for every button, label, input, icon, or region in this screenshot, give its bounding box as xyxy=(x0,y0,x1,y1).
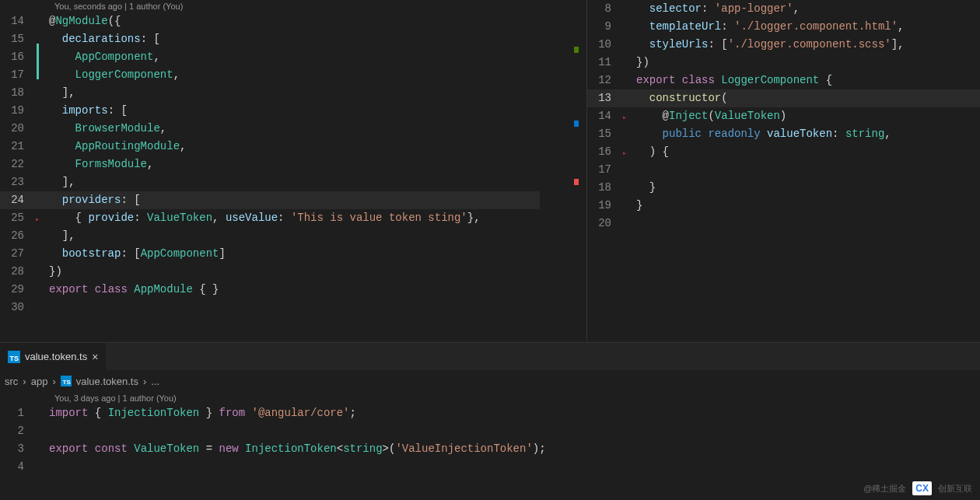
editor-pane-right[interactable]: 8 selector: 'app-logger',9 templateUrl: … xyxy=(587,0,980,342)
code-area-left[interactable]: 14@NgModule({15 declarations: [16 AppCom… xyxy=(0,12,586,316)
code-line[interactable]: 10 styleUrls: ['./logger.component.scss'… xyxy=(587,36,980,54)
code-text[interactable]: constructor( xyxy=(636,89,980,107)
code-text[interactable]: AppComponent, xyxy=(49,48,586,66)
breakpoint-gutter[interactable] xyxy=(35,299,49,316)
breakpoint-gutter[interactable] xyxy=(622,54,636,72)
line-number[interactable]: 28 xyxy=(0,263,35,281)
code-text[interactable]: templateUrl: './logger.component.html', xyxy=(636,18,980,36)
code-line[interactable]: 24 providers: [ xyxy=(0,191,586,209)
code-line[interactable]: 20 xyxy=(587,215,980,233)
code-line[interactable]: 15 public readonly valueToken: string, xyxy=(587,125,980,143)
tab-value-token[interactable]: TS value.token.ts × xyxy=(0,343,106,370)
code-area-right[interactable]: 8 selector: 'app-logger',9 templateUrl: … xyxy=(587,0,980,233)
breakpoint-gutter[interactable] xyxy=(35,48,49,66)
code-text[interactable]: bootstrap: [AppComponent] xyxy=(49,245,586,263)
line-number[interactable]: 20 xyxy=(0,120,35,138)
breakpoint-gutter[interactable] xyxy=(35,84,49,102)
code-line[interactable]: 28}) xyxy=(0,263,586,281)
breakpoint-gutter[interactable] xyxy=(622,125,636,143)
breakpoint-gutter[interactable]: ▸ xyxy=(622,107,636,125)
code-line[interactable]: 9 templateUrl: './logger.component.html'… xyxy=(587,18,980,36)
code-text[interactable]: selector: 'app-logger', xyxy=(636,0,980,18)
line-number[interactable]: 24 xyxy=(0,191,35,209)
code-text[interactable]: export const ValueToken = new InjectionT… xyxy=(49,440,980,458)
line-number[interactable]: 18 xyxy=(587,179,622,197)
line-number[interactable]: 21 xyxy=(0,138,35,156)
line-number[interactable]: 20 xyxy=(587,215,622,233)
breakpoint-gutter[interactable] xyxy=(35,120,49,138)
code-text[interactable]: AppRoutingModule, xyxy=(49,138,586,156)
code-line[interactable]: 18 } xyxy=(587,179,980,197)
line-number[interactable]: 30 xyxy=(0,299,35,316)
code-line[interactable]: 18 ], xyxy=(0,84,586,102)
code-text[interactable]: export class LoggerComponent { xyxy=(636,72,980,89)
breakpoint-gutter[interactable] xyxy=(622,18,636,36)
code-line[interactable]: 26 ], xyxy=(0,227,586,245)
breadcrumb[interactable]: src › app › TS value.token.ts › ... xyxy=(0,370,980,392)
code-line[interactable]: 16▸ ) { xyxy=(587,143,980,161)
breakpoint-gutter[interactable]: ▸ xyxy=(35,209,49,227)
breadcrumb-item[interactable]: value.token.ts xyxy=(76,376,138,387)
line-number[interactable]: 13 xyxy=(587,89,622,107)
code-text[interactable]: { provide: ValueToken, useValue: 'This i… xyxy=(49,209,586,227)
line-number[interactable]: 9 xyxy=(587,18,622,36)
code-text[interactable]: declarations: [ xyxy=(49,30,586,48)
code-line[interactable]: 30 xyxy=(0,299,586,316)
code-text[interactable]: } xyxy=(636,197,980,215)
breakpoint-gutter[interactable] xyxy=(622,0,636,18)
code-text[interactable]: ], xyxy=(49,84,586,102)
line-number[interactable]: 8 xyxy=(587,0,622,18)
code-line[interactable]: 23 ], xyxy=(0,173,586,191)
code-area-bottom[interactable]: 1import { InjectionToken } from '@angula… xyxy=(0,404,980,476)
code-line[interactable]: 14@NgModule({ xyxy=(0,12,586,30)
line-number[interactable]: 16 xyxy=(0,48,35,66)
code-text[interactable]: ], xyxy=(49,173,586,191)
breakpoint-gutter[interactable]: ▸ xyxy=(622,143,636,161)
minimap-left[interactable] xyxy=(540,0,586,342)
line-number[interactable]: 19 xyxy=(587,197,622,215)
line-number[interactable]: 11 xyxy=(587,54,622,72)
breakpoint-gutter[interactable] xyxy=(35,440,49,458)
breakpoint-gutter[interactable] xyxy=(622,89,636,107)
code-text[interactable]: export class AppModule { } xyxy=(49,281,586,299)
line-number[interactable]: 18 xyxy=(0,84,35,102)
breakpoint-gutter[interactable] xyxy=(622,72,636,89)
breadcrumb-item[interactable]: src xyxy=(5,376,18,387)
line-number[interactable]: 29 xyxy=(0,281,35,299)
breakpoint-gutter[interactable] xyxy=(622,161,636,179)
line-number[interactable]: 17 xyxy=(587,161,622,179)
code-text[interactable]: @NgModule({ xyxy=(49,12,586,30)
line-number[interactable]: 26 xyxy=(0,227,35,245)
code-text[interactable]: ) { xyxy=(636,143,980,161)
breakpoint-gutter[interactable] xyxy=(35,404,49,422)
code-line[interactable]: 25▸ { provide: ValueToken, useValue: 'Th… xyxy=(0,209,586,227)
breakpoint-gutter[interactable] xyxy=(35,227,49,245)
breakpoint-gutter[interactable] xyxy=(35,66,49,84)
code-text[interactable]: ], xyxy=(49,227,586,245)
code-line[interactable]: 17 xyxy=(587,161,980,179)
line-number[interactable]: 15 xyxy=(0,30,35,48)
breakpoint-gutter[interactable] xyxy=(35,458,49,476)
code-line[interactable]: 16 AppComponent, xyxy=(0,48,586,66)
breakpoint-gutter[interactable] xyxy=(35,281,49,299)
line-number[interactable]: 14 xyxy=(0,12,35,30)
code-line[interactable]: 20 BrowserModule, xyxy=(0,120,586,138)
editor-pane-left[interactable]: You, seconds ago | 1 author (You) 14@NgM… xyxy=(0,0,587,342)
code-text[interactable] xyxy=(49,422,980,440)
breakpoint-gutter[interactable] xyxy=(35,245,49,263)
code-line[interactable]: 29export class AppModule { } xyxy=(0,281,586,299)
line-number[interactable]: 15 xyxy=(587,125,622,143)
code-line[interactable]: 11}) xyxy=(587,54,980,72)
code-text[interactable]: providers: [ xyxy=(49,191,586,209)
line-number[interactable]: 25 xyxy=(0,209,35,227)
line-number[interactable]: 22 xyxy=(0,156,35,173)
code-line[interactable]: 14▸ @Inject(ValueToken) xyxy=(587,107,980,125)
code-line[interactable]: 27 bootstrap: [AppComponent] xyxy=(0,245,586,263)
code-line[interactable]: 8 selector: 'app-logger', xyxy=(587,0,980,18)
codelens-bottom[interactable]: You, 3 days ago | 1 author (You) xyxy=(0,392,980,404)
code-text[interactable]: } xyxy=(636,179,980,197)
line-number[interactable]: 27 xyxy=(0,245,35,263)
code-text[interactable]: BrowserModule, xyxy=(49,120,586,138)
code-line[interactable]: 19 imports: [ xyxy=(0,102,586,120)
code-text[interactable]: import { InjectionToken } from '@angular… xyxy=(49,404,980,422)
